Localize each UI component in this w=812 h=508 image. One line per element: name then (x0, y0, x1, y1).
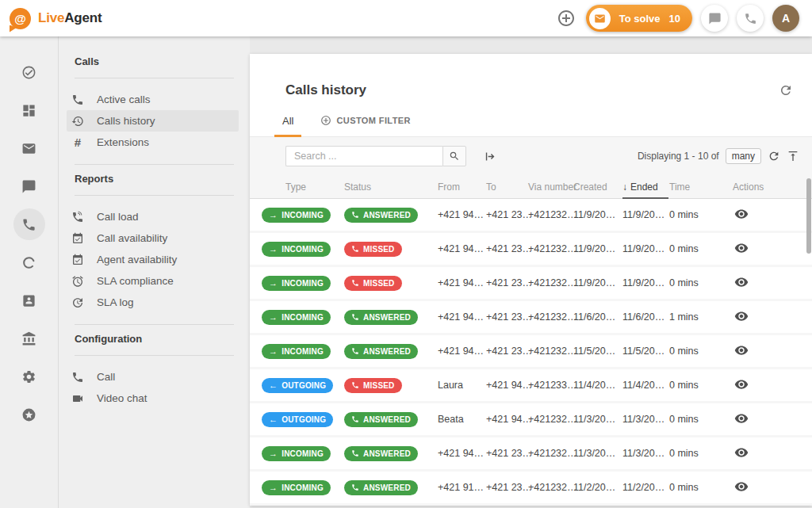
rail-item-solve[interactable] (0, 53, 58, 91)
column-ended[interactable]: ↓ Ended (622, 175, 669, 198)
column-to[interactable]: To (486, 181, 528, 193)
calls-history-card: Calls history All CUSTOM FILTER (250, 54, 812, 506)
type-badge: →INCOMING (262, 276, 331, 291)
view-call-button[interactable] (734, 343, 749, 357)
view-call-button[interactable] (734, 479, 749, 494)
alarm-icon (71, 275, 84, 288)
via-cell: +421232… (528, 448, 573, 459)
type-badge: →INCOMING (262, 480, 331, 495)
from-cell: +421 94… (438, 346, 486, 357)
sidebar-item-active-calls[interactable]: Active calls (67, 89, 239, 110)
column-via-number[interactable]: Via number (528, 181, 573, 193)
column-time[interactable]: Time (669, 181, 733, 193)
rail-item-customers[interactable] (0, 281, 58, 319)
to-solve-label: To solve (619, 13, 661, 25)
sidebar-item-agent-availability[interactable]: Agent availability (67, 249, 239, 270)
search-input[interactable] (285, 146, 442, 166)
ended-cell: 11/9/20… (622, 243, 669, 254)
view-call-button[interactable] (734, 207, 749, 221)
status-badge: ANSWERED (344, 446, 418, 461)
table-row[interactable]: →INCOMING MISSED +421 94… +421 23… +4212… (250, 233, 812, 265)
table-row[interactable]: →INCOMING ANSWERED +421 94… +421 23… +42… (250, 301, 812, 333)
view-call-button[interactable] (734, 411, 749, 426)
table-toolbar: Displaying 1 - 10 of many (250, 137, 812, 175)
table-row[interactable]: ←OUTGOING MISSED Laura +421 94… +421233…… (250, 369, 812, 401)
column-created[interactable]: Created (573, 181, 622, 193)
eye-icon (734, 343, 749, 357)
scroll-top-button[interactable] (787, 150, 799, 162)
phone-icon (351, 313, 359, 321)
type-badge: ←OUTGOING (262, 378, 333, 393)
add-circle-icon (557, 9, 577, 28)
sidebar-item-sla-compliance[interactable]: SLA compliance (67, 270, 239, 292)
sidebar-item-extensions[interactable]: # Extensions (67, 132, 239, 153)
view-call-button[interactable] (734, 445, 749, 460)
view-call-button[interactable] (734, 241, 749, 255)
rail-item-tickets[interactable] (0, 129, 58, 167)
table-row[interactable]: →INCOMING ANSWERED +421 94… +421 23… +42… (250, 437, 812, 469)
direction-arrow-icon: ← (269, 381, 278, 390)
user-avatar[interactable]: A (772, 5, 799, 32)
table-row[interactable]: →INCOMING ANSWERED +421 94… +421 23… +42… (250, 335, 812, 367)
tab-custom-filter[interactable]: CUSTOM FILTER (320, 105, 410, 136)
refresh-button[interactable] (779, 83, 793, 97)
view-call-button[interactable] (734, 275, 749, 289)
table-row[interactable]: →INCOMING MISSED +421 94… +421 23… +4212… (250, 267, 812, 299)
tab-all[interactable]: All (274, 105, 301, 136)
phone-icon (351, 347, 359, 355)
created-cell: 11/9/20… (573, 243, 622, 254)
eye-icon (734, 411, 749, 426)
sidebar-item-video-chat[interactable]: Video chat (67, 388, 239, 409)
liveagent-logo[interactable]: @ LiveAgent (10, 8, 102, 29)
table-row[interactable]: →INCOMING ANSWERED +421 91… +421 23… +42… (250, 472, 812, 503)
calls-button[interactable] (737, 5, 764, 32)
many-button[interactable]: many (726, 148, 761, 164)
from-cell: Beata (438, 414, 486, 425)
rail-item-chats[interactable] (0, 167, 58, 205)
column-from[interactable]: From (438, 181, 486, 193)
view-call-button[interactable] (734, 377, 749, 392)
rail-item-knowledgebase[interactable] (0, 319, 58, 357)
from-cell: +421 94… (438, 448, 486, 459)
sidebar-item-call-availability[interactable]: Call availability (67, 227, 239, 249)
view-call-button[interactable] (734, 309, 749, 323)
eye-icon (734, 377, 749, 392)
column-actions: Actions (733, 181, 812, 193)
rail-item-dashboard[interactable] (0, 91, 58, 129)
sidebar-item-call-load[interactable]: Call load (67, 206, 239, 227)
column-status[interactable]: Status (344, 181, 438, 193)
envelope-icon (589, 8, 611, 29)
rail-item-upgrade[interactable] (0, 395, 58, 434)
sidebar: Calls Active calls Calls history # Exten… (59, 36, 250, 508)
ended-cell: 11/6/20… (622, 311, 669, 323)
to-cell: +421 94… (486, 380, 528, 391)
phone-icon (351, 381, 359, 389)
rail-item-settings[interactable] (0, 357, 58, 395)
sidebar-item-call[interactable]: Call (67, 366, 239, 388)
sidebar-item-calls-history[interactable]: Calls history (67, 110, 239, 132)
refresh-list-button[interactable] (768, 150, 780, 162)
forward-button[interactable] (484, 150, 497, 163)
created-cell: 11/6/20… (573, 311, 622, 323)
column-type[interactable]: Type (262, 181, 344, 193)
rail-item-calls[interactable] (0, 205, 58, 243)
table-scrollbar[interactable] (806, 178, 811, 254)
sidebar-item-sla-log[interactable]: SLA log (67, 292, 239, 313)
status-badge: ANSWERED (344, 310, 418, 325)
table-row[interactable]: →INCOMING ANSWERED +421 94… +421 23… +42… (250, 199, 812, 231)
arrow-to-top-icon (787, 150, 799, 162)
status-badge: MISSED (344, 378, 402, 393)
phone-icon (351, 415, 359, 423)
to-solve-button[interactable]: To solve 10 (586, 5, 692, 32)
search-button[interactable] (442, 146, 466, 166)
via-cell: +421232… (528, 209, 573, 220)
refresh-icon (768, 150, 780, 162)
rail-item-gamification[interactable] (0, 243, 58, 281)
add-button[interactable] (557, 8, 577, 29)
type-badge: ←OUTGOING (262, 412, 333, 427)
via-cell: +421232… (528, 243, 573, 254)
chats-button[interactable] (701, 5, 728, 32)
time-cell: 1 mins (669, 311, 733, 323)
table-row[interactable]: ←OUTGOING ANSWERED Beata +421 94… +42123… (250, 403, 812, 435)
status-badge: ANSWERED (344, 208, 418, 223)
